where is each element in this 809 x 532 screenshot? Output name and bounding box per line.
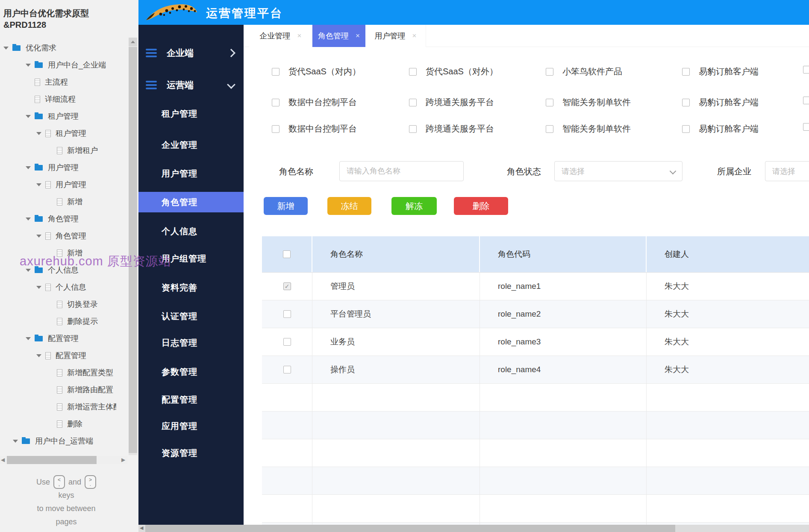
select-all-checkbox[interactable]	[283, 250, 291, 258]
table-row[interactable]: ✓管理员role_name1朱大大	[262, 273, 809, 300]
sitemap-item[interactable]: 删除	[0, 418, 116, 430]
app-checkbox[interactable]	[682, 99, 690, 106]
app-checkbox[interactable]	[546, 68, 553, 76]
expand-arrow-icon[interactable]	[26, 64, 31, 67]
expand-arrow-icon[interactable]	[26, 166, 31, 169]
expand-arrow-icon[interactable]	[3, 47, 9, 50]
sitemap-item[interactable]: 新增租户	[0, 144, 116, 156]
menu-group-operations[interactable]: 运营端	[138, 75, 244, 95]
menu-item-8[interactable]: 日志管理	[138, 332, 244, 353]
scroll-up-icon[interactable]	[129, 38, 137, 46]
row-checkbox[interactable]	[283, 310, 291, 318]
expand-arrow-icon[interactable]	[26, 115, 31, 118]
freeze-button[interactable]: 冻结	[327, 197, 371, 215]
menu-item-1[interactable]: 企业管理	[138, 135, 244, 155]
menu-group-label: 企业端	[167, 47, 194, 59]
row-checkbox[interactable]: ✓	[283, 282, 291, 290]
app-checkbox[interactable]	[272, 99, 279, 106]
scroll-left-icon[interactable]: ◀	[1, 457, 5, 463]
app-checkbox[interactable]	[546, 125, 553, 133]
sitemap-item[interactable]: 详细流程	[0, 93, 116, 105]
sitemap-item[interactable]: 角色管理	[0, 230, 116, 242]
scroll-left-icon[interactable]: ◀	[140, 525, 143, 531]
company-select[interactable]: 请选择	[765, 161, 809, 181]
sitemap-item[interactable]: 租户管理	[0, 127, 116, 139]
row-checkbox[interactable]	[283, 338, 291, 346]
scroll-right-icon[interactable]: ▶	[121, 457, 125, 463]
app-checkbox[interactable]	[409, 99, 417, 106]
menu-item-3[interactable]: 角色管理	[138, 192, 244, 212]
app-checkbox[interactable]	[546, 99, 553, 106]
tab-user-management[interactable]: 用户管理 ×	[365, 25, 426, 47]
unfreeze-button[interactable]: 解冻	[391, 197, 437, 215]
sitemap-item[interactable]: 用户中台_运营端	[0, 435, 116, 447]
menu-item-12[interactable]: 资源管理	[138, 443, 244, 463]
sitemap-item[interactable]: 用户中台_企业端	[0, 59, 116, 71]
sitemap-item[interactable]: 用户管理	[0, 179, 116, 191]
app-checkbox[interactable]	[409, 68, 417, 76]
menu-item-10[interactable]: 配置管理	[138, 389, 244, 410]
menu-item-2[interactable]: 用户管理	[138, 163, 244, 184]
sitemap-item[interactable]: 新增	[0, 196, 116, 208]
add-button[interactable]: 新增	[264, 197, 308, 215]
sitemap-item[interactable]: 租户管理	[0, 110, 116, 122]
app-checkbox[interactable]	[682, 125, 690, 133]
app-checkbox[interactable]	[682, 68, 690, 76]
menu-item-11[interactable]: 应用管理	[138, 416, 244, 436]
sitemap-item[interactable]: 用户管理	[0, 162, 116, 173]
role-name-input[interactable]	[339, 161, 464, 181]
main-horizontal-scrollbar-thumb[interactable]	[145, 525, 675, 532]
expand-arrow-icon[interactable]	[13, 440, 18, 443]
tab-close-icon[interactable]: ×	[412, 32, 417, 40]
main-horizontal-scrollbar[interactable]: ◀	[138, 525, 809, 532]
app-checkbox[interactable]	[803, 123, 809, 131]
sitemap-item[interactable]: 主流程	[0, 76, 116, 88]
table-row[interactable]: 业务员role_name3朱大大	[262, 328, 809, 356]
tab-close-icon[interactable]: ×	[297, 32, 302, 40]
app-checkbox[interactable]	[803, 97, 809, 104]
role-status-select[interactable]: 请选择	[554, 161, 683, 181]
sitemap-item[interactable]: 新增路由配置	[0, 384, 116, 396]
menu-item-4[interactable]: 个人信息	[138, 221, 244, 241]
expand-arrow-icon[interactable]	[26, 218, 31, 220]
menu-item-9[interactable]: 参数管理	[138, 362, 244, 382]
app-checkbox[interactable]	[272, 125, 279, 133]
app-checkbox[interactable]	[803, 66, 809, 73]
app-checkbox[interactable]	[272, 68, 279, 76]
app-checkbox[interactable]	[409, 125, 417, 133]
tab-close-icon[interactable]: ×	[356, 32, 360, 40]
menu-item-0[interactable]: 租户管理	[138, 103, 244, 124]
sitemap-item[interactable]: 切换登录	[0, 298, 116, 310]
expand-arrow-icon[interactable]	[36, 132, 41, 135]
menu-group-enterprise[interactable]: 企业端	[138, 43, 244, 63]
page-icon	[57, 318, 62, 325]
expand-arrow-icon[interactable]	[36, 354, 41, 357]
sitemap-item[interactable]: 个人信息	[0, 264, 116, 276]
tab-enterprise-management[interactable]: 企业管理 ×	[249, 25, 312, 47]
delete-button[interactable]: 删除	[454, 197, 508, 215]
sitemap-horizontal-scrollbar-thumb[interactable]	[7, 456, 97, 464]
tab-role-management[interactable]: 角色管理 ×	[312, 25, 365, 47]
menu-item-5[interactable]: 用户组管理	[138, 248, 244, 269]
sitemap-item[interactable]: 配置管理	[0, 350, 116, 362]
expand-arrow-icon[interactable]	[26, 269, 31, 272]
table-cell-creator	[647, 467, 809, 494]
sitemap-item[interactable]: 角色管理	[0, 213, 116, 225]
menu-item-7[interactable]: 认证管理	[138, 306, 244, 326]
sitemap-item[interactable]: 配置管理	[0, 332, 116, 344]
sitemap-item[interactable]: 新增	[0, 247, 116, 259]
table-row[interactable]: 操作员role_name4朱大大	[262, 356, 809, 384]
sitemap-item[interactable]: 优化需求	[0, 42, 116, 54]
expand-arrow-icon[interactable]	[36, 183, 41, 186]
expand-arrow-icon[interactable]	[36, 286, 41, 289]
expand-arrow-icon[interactable]	[26, 337, 31, 340]
sitemap-item[interactable]: 个人信息	[0, 281, 116, 293]
sitemap-item[interactable]: 新增运营主体配置	[0, 401, 116, 413]
sitemap-item[interactable]: 新增配置类型	[0, 367, 116, 379]
sitemap-vertical-scrollbar-thumb[interactable]	[129, 47, 137, 453]
table-row[interactable]: 平台管理员role_name2朱大大	[262, 300, 809, 328]
sitemap-item[interactable]: 删除提示	[0, 315, 116, 327]
expand-arrow-icon[interactable]	[36, 235, 41, 238]
menu-item-6[interactable]: 资料完善	[138, 277, 244, 298]
row-checkbox[interactable]	[283, 366, 291, 373]
